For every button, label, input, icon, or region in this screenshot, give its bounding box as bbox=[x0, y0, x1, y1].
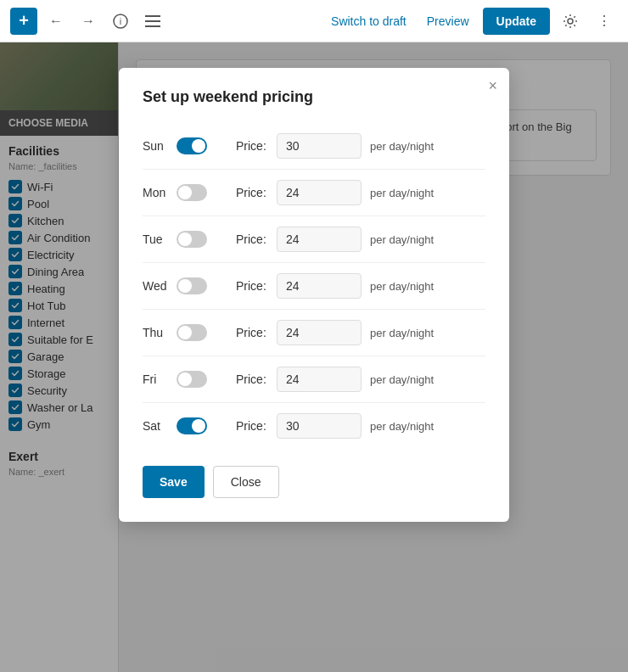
svg-rect-3 bbox=[145, 20, 160, 22]
modal-overlay: × Set up weekend pricing Sun Price: per … bbox=[0, 42, 628, 672]
price-label: Price: bbox=[236, 372, 270, 386]
day-row: Sat Price: per day/night bbox=[143, 403, 485, 449]
close-modal-button[interactable]: Close bbox=[213, 466, 279, 498]
day-label: Fri bbox=[143, 372, 177, 386]
price-label: Price: bbox=[236, 186, 270, 199]
price-label: Price: bbox=[236, 279, 270, 293]
price-input[interactable] bbox=[277, 367, 362, 392]
add-button[interactable]: + bbox=[10, 8, 37, 35]
content-area: CHOOSE MEDIA Facilities Name: _facilitie… bbox=[0, 42, 628, 672]
day-toggle[interactable] bbox=[177, 371, 207, 388]
day-label: Wed bbox=[143, 279, 177, 293]
toggle-wrap bbox=[177, 137, 219, 154]
day-label: Sun bbox=[143, 139, 177, 153]
save-button[interactable]: Save bbox=[143, 466, 205, 498]
toggle-wrap bbox=[177, 371, 219, 388]
toggle-knob bbox=[178, 186, 192, 199]
toggle-wrap bbox=[177, 417, 219, 434]
day-row: Sun Price: per day/night bbox=[143, 123, 485, 170]
redo-button[interactable]: → bbox=[75, 8, 102, 35]
day-row: Tue Price: per day/night bbox=[143, 216, 485, 263]
undo-button[interactable]: ← bbox=[42, 8, 70, 35]
toolbar: + ← → i Switch to draft Preview Update ⋮ bbox=[0, 0, 628, 42]
day-row: Wed Price: per day/night bbox=[143, 263, 485, 310]
price-input[interactable] bbox=[277, 413, 362, 439]
toggle-knob bbox=[178, 279, 192, 293]
day-label: Tue bbox=[143, 232, 177, 246]
preview-button[interactable]: Preview bbox=[420, 9, 476, 33]
price-input[interactable] bbox=[277, 227, 362, 252]
toggle-knob bbox=[178, 326, 192, 339]
modal-close-button[interactable]: × bbox=[488, 78, 497, 93]
modal-dialog: × Set up weekend pricing Sun Price: per … bbox=[119, 68, 509, 522]
per-day-label: per day/night bbox=[370, 280, 434, 293]
price-label: Price: bbox=[236, 419, 270, 433]
per-day-label: per day/night bbox=[370, 187, 434, 199]
svg-point-5 bbox=[568, 19, 573, 24]
svg-rect-2 bbox=[145, 15, 160, 17]
price-label: Price: bbox=[236, 139, 270, 153]
info-button[interactable]: i bbox=[107, 8, 134, 35]
toggle-wrap bbox=[177, 324, 219, 341]
day-row: Fri Price: per day/night bbox=[143, 356, 485, 403]
svg-text:i: i bbox=[120, 16, 121, 26]
per-day-label: per day/night bbox=[370, 420, 434, 433]
menu-button[interactable] bbox=[139, 8, 166, 35]
day-toggle[interactable] bbox=[177, 184, 207, 201]
day-label: Thu bbox=[143, 326, 177, 339]
day-row: Thu Price: per day/night bbox=[143, 310, 485, 356]
price-input[interactable] bbox=[277, 133, 362, 159]
day-row: Mon Price: per day/night bbox=[143, 170, 485, 216]
day-toggle[interactable] bbox=[177, 277, 207, 294]
price-label: Price: bbox=[236, 232, 270, 246]
day-toggle[interactable] bbox=[177, 231, 207, 248]
day-toggle[interactable] bbox=[177, 137, 207, 154]
day-toggle[interactable] bbox=[177, 324, 207, 341]
switch-draft-button[interactable]: Switch to draft bbox=[324, 9, 413, 33]
settings-icon[interactable] bbox=[557, 8, 584, 35]
per-day-label: per day/night bbox=[370, 327, 434, 339]
per-day-label: per day/night bbox=[370, 373, 434, 386]
toggle-wrap bbox=[177, 277, 219, 294]
price-input[interactable] bbox=[277, 320, 362, 345]
update-button[interactable]: Update bbox=[483, 8, 550, 35]
per-day-label: per day/night bbox=[370, 140, 434, 153]
svg-rect-4 bbox=[145, 25, 160, 27]
day-toggle[interactable] bbox=[177, 417, 207, 434]
day-label: Sat bbox=[143, 419, 177, 433]
toolbar-right: Switch to draft Preview Update ⋮ bbox=[324, 8, 618, 35]
toggle-knob bbox=[178, 232, 192, 246]
day-label: Mon bbox=[143, 186, 177, 199]
price-input[interactable] bbox=[277, 273, 362, 299]
more-options-icon[interactable]: ⋮ bbox=[591, 8, 618, 35]
toggle-knob bbox=[192, 139, 205, 153]
toggle-wrap bbox=[177, 231, 219, 248]
modal-actions: Save Close bbox=[143, 466, 485, 498]
toggle-wrap bbox=[177, 184, 219, 201]
toggle-knob bbox=[178, 372, 192, 386]
modal-title: Set up weekend pricing bbox=[143, 88, 485, 106]
price-label: Price: bbox=[236, 326, 270, 339]
toggle-knob bbox=[192, 419, 205, 433]
per-day-label: per day/night bbox=[370, 233, 434, 246]
price-input[interactable] bbox=[277, 180, 362, 205]
toolbar-left: + ← → i bbox=[10, 8, 166, 35]
